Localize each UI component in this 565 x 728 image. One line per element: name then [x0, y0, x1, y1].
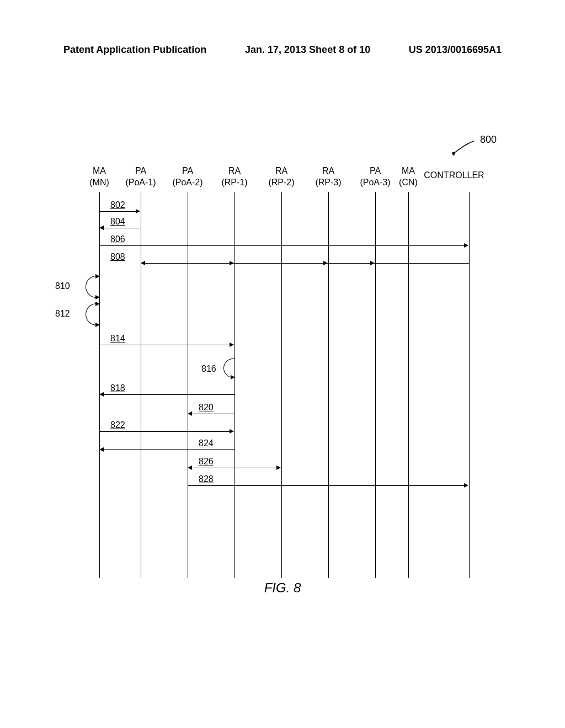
lifeline-1 [99, 192, 100, 578]
lifeline-7 [375, 192, 376, 578]
lane-bottom: (RP-2) [268, 178, 294, 187]
lifeline-8 [408, 192, 409, 578]
lifeline-9 [469, 192, 470, 578]
arrow-head-icon [141, 261, 145, 265]
msg-802: 802 [110, 200, 125, 210]
arrow-head-icon [99, 447, 104, 452]
arrow-head-icon [323, 261, 328, 265]
arrow-818 [104, 394, 234, 395]
arrow-814 [99, 345, 230, 345]
lane-bottom: (CN) [399, 178, 418, 187]
lifeline-6 [328, 192, 329, 578]
arrow-802 [99, 211, 136, 212]
lane-bottom: (RP-1) [221, 178, 247, 187]
msg-828: 828 [199, 474, 214, 484]
lane-header-7: PA (PoA-3) [356, 165, 395, 189]
lifeline-5 [281, 192, 282, 578]
lifeline-2 [141, 192, 141, 578]
arrow-head-icon [276, 465, 281, 470]
arrow-head-icon [230, 261, 234, 265]
msg-826: 826 [199, 457, 214, 467]
lane-top: PA [370, 166, 381, 175]
msg-806: 806 [110, 234, 125, 244]
lane-header-1: MA (MN) [80, 165, 119, 189]
arrow-820 [192, 414, 234, 414]
lane-top: RA [322, 166, 334, 175]
arrow-head-icon [188, 465, 192, 470]
lane-bottom: (MN) [89, 178, 109, 187]
lane-header-3: PA (PoA-2) [168, 165, 207, 189]
msg-816: 816 [201, 364, 216, 374]
header-right: US 2013/0016695A1 [409, 44, 502, 56]
arrow-808-1 [145, 263, 469, 264]
self-loop-816 [223, 358, 234, 378]
lifeline-3 [188, 192, 188, 578]
arrow-head-icon [188, 411, 192, 416]
msg-804: 804 [110, 217, 125, 227]
lane-top: PA [135, 166, 146, 175]
lane-top: RA [228, 166, 241, 175]
lane-top: PA [182, 166, 193, 175]
msg-814: 814 [110, 334, 125, 344]
arrow-head-icon [230, 342, 234, 347]
sequence-diagram: MA (MN) PA (PoA-1) PA (PoA-2) RA (RP-1) … [83, 138, 497, 579]
msg-820: 820 [199, 403, 214, 413]
self-loop-812 [86, 303, 99, 325]
msg-824: 824 [199, 438, 214, 448]
lane-bottom: (PoA-2) [172, 178, 202, 187]
msg-818: 818 [110, 383, 125, 393]
lane-header-6: RA (RP-3) [309, 165, 348, 189]
arrow-824 [104, 449, 234, 450]
lane-header-8: MA (CN) [395, 165, 422, 189]
lane-header-2: PA (PoA-1) [121, 165, 160, 189]
arrow-head-icon [230, 429, 234, 433]
arrow-806 [99, 245, 465, 246]
self-loop-810 [86, 276, 99, 298]
lane-top: MA [402, 166, 415, 175]
arrow-826 [192, 468, 277, 468]
lane-top: RA [275, 166, 287, 175]
lane-top: MA [93, 166, 106, 175]
lifeline-4 [234, 192, 235, 578]
arrow-head-icon [464, 243, 468, 248]
lane-bottom: (PoA-3) [360, 178, 390, 187]
arrow-822 [99, 431, 230, 432]
document-header: Patent Application Publication Jan. 17, … [0, 44, 565, 56]
arrow-828 [188, 485, 465, 486]
lane-header-4: RA (RP-1) [215, 165, 254, 189]
msg-810: 810 [55, 281, 70, 291]
header-center: Jan. 17, 2013 Sheet 8 of 10 [245, 44, 370, 56]
lane-bottom: (PoA-1) [125, 178, 156, 187]
arrow-head-icon [370, 261, 375, 265]
msg-808: 808 [110, 252, 125, 262]
arrow-head-icon [99, 226, 104, 230]
msg-822: 822 [110, 420, 125, 430]
msg-812: 812 [55, 309, 70, 319]
arrow-head-icon [464, 483, 468, 488]
arrow-head-icon [99, 392, 104, 397]
arrow-head-icon [136, 209, 140, 213]
lane-bottom: (RP-3) [315, 178, 341, 187]
lane-header-5: RA (RP-2) [262, 165, 301, 189]
header-left: Patent Application Publication [63, 44, 206, 56]
lane-top: CONTROLLER [424, 170, 484, 180]
arrow-804 [104, 228, 141, 228]
figure-caption: FIG. 8 [0, 580, 565, 596]
lane-header-9: CONTROLLER [424, 170, 484, 181]
